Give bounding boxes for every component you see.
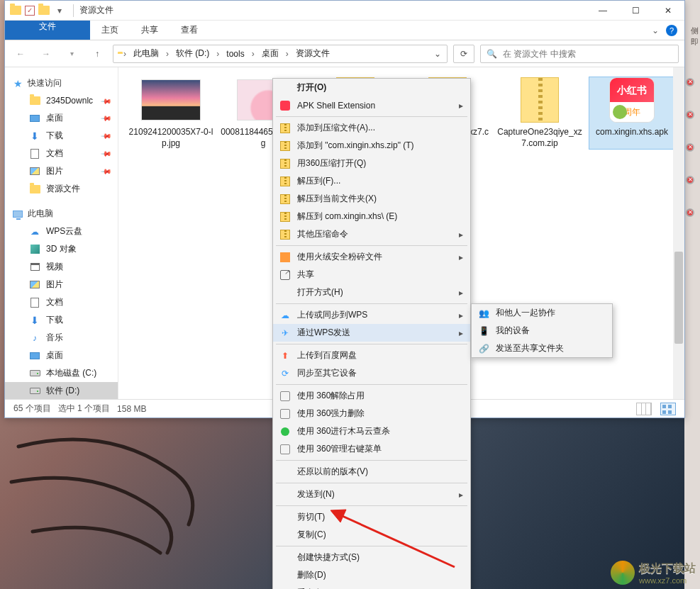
sidebar-quick-access[interactable]: ★ 快速访问 <box>5 74 118 92</box>
menu-copy[interactable]: 复制(C) <box>273 526 470 544</box>
sidebar-item[interactable]: 桌面 <box>5 347 118 364</box>
file-item[interactable]: 2109241200035X7-0-lp.jpg <box>128 77 213 149</box>
menu-send-to[interactable]: 发送到(N)▸ <box>273 486 470 503</box>
menu-open-with[interactable]: 打开方式(H)▸ <box>273 284 470 301</box>
sidebar-item[interactable]: 桌面📌 <box>5 109 118 127</box>
expand-ribbon-icon[interactable]: ⌄ <box>652 26 659 35</box>
sidebar-item-label: 桌面 <box>46 349 63 361</box>
side-label: 侧 <box>691 26 699 36</box>
chevron-right-icon[interactable]: › <box>122 49 128 59</box>
qat-dropdown-icon[interactable]: ▾ <box>53 4 66 17</box>
sidebar-item[interactable]: 3D 对象 <box>5 240 118 258</box>
sidebar-item[interactable]: 2345Downlc📌 <box>5 92 118 109</box>
menu-other-zip[interactable]: 其他压缩命令▸ <box>273 225 470 243</box>
menu-prev-versions[interactable]: 还原以前的版本(V) <box>273 463 470 481</box>
submenu-collab[interactable]: 👥和他人一起协作 <box>472 304 612 322</box>
menu-baidu-upload[interactable]: ⬆上传到百度网盘 <box>273 347 470 364</box>
side-dismiss-icon[interactable] <box>686 78 694 86</box>
menu-360-delete[interactable]: 使用 360强力删除 <box>273 405 470 422</box>
menu-wps-send[interactable]: ✈通过WPS发送▸ <box>273 324 470 342</box>
qat-folder-icon[interactable] <box>38 4 50 17</box>
maximize-button[interactable]: ☐ <box>619 1 652 21</box>
scroll-thumb[interactable] <box>674 252 683 344</box>
menu-share[interactable]: 共享 <box>273 266 470 284</box>
sidebar-item[interactable]: ⬇下载📌 <box>5 127 118 145</box>
menu-open[interactable]: 打开(O) <box>273 79 470 96</box>
sidebar-this-pc[interactable]: 此电脑 <box>5 205 118 223</box>
sidebar-item[interactable]: ☁WPS云盘 <box>5 223 118 240</box>
crumb-dropdown-icon[interactable]: ⌄ <box>428 49 447 59</box>
crumb-current[interactable]: 资源文件 <box>290 45 335 62</box>
nav-pane[interactable]: ★ 快速访问 2345Downlc📌 桌面📌 ⬇下载📌 文档📌 图片📌 资源文件… <box>5 67 118 399</box>
sidebar-item[interactable]: 资源文件 <box>5 180 118 198</box>
menu-huorong[interactable]: 使用火绒安全粉碎文件▸ <box>273 248 470 266</box>
sidebar-item[interactable]: 视频 <box>5 258 118 276</box>
scrollbar[interactable] <box>673 67 684 399</box>
crumb-drive[interactable]: 软件 (D:) <box>170 45 215 62</box>
sidebar-item[interactable]: ⬇下载 <box>5 311 118 329</box>
menu-360-manage[interactable]: 使用 360管理右键菜单 <box>273 440 470 458</box>
menu-add-to[interactable]: 添加到 "com.xingin.xhs.zip" (T) <box>273 137 470 155</box>
side-dismiss-icon[interactable] <box>686 176 694 184</box>
sidebar-item[interactable]: 文档 <box>5 293 118 311</box>
tab-home[interactable]: 主页 <box>90 21 130 40</box>
crumb-tools[interactable]: tools <box>221 45 250 62</box>
qat-checkbox-icon[interactable]: ✓ <box>25 6 35 16</box>
menu-rename[interactable]: 重命名(M) <box>273 584 470 589</box>
submenu-my-device[interactable]: 📱我的设备 <box>472 322 612 340</box>
menu-apk-shell[interactable]: APK Shell Extension▸ <box>273 96 470 114</box>
menu-sync-other[interactable]: ⟳同步至其它设备 <box>273 364 470 382</box>
view-details-button[interactable] <box>636 403 652 415</box>
crumb-desktop[interactable]: 桌面 <box>256 45 284 62</box>
menu-open-360[interactable]: 用360压缩打开(Q) <box>273 155 470 172</box>
download-icon: ⬇ <box>29 315 40 326</box>
help-icon[interactable]: ? <box>666 25 677 36</box>
file-item[interactable]: CaptureOne23qiye_xz7.com.zip <box>497 77 582 149</box>
cube-icon <box>29 244 40 255</box>
chevron-right-icon[interactable]: › <box>215 49 221 59</box>
sidebar-item-label: 桌面 <box>46 112 63 124</box>
view-icons-button[interactable] <box>660 403 676 415</box>
sidebar-item[interactable]: 图片📌 <box>5 162 118 180</box>
nav-recent-button[interactable]: ▾ <box>62 44 82 64</box>
sidebar-item[interactable]: 图片 <box>5 276 118 293</box>
menu-extract-folder[interactable]: 解压到 com.xingin.xhs\ (E) <box>273 208 470 225</box>
picture-icon <box>29 166 40 177</box>
folder-icon <box>29 95 40 106</box>
sidebar-item[interactable]: 本地磁盘 (C:) <box>5 364 118 382</box>
chevron-right-icon[interactable]: › <box>284 49 290 59</box>
crumb-pc[interactable]: 此电脑 <box>128 45 165 62</box>
tab-view[interactable]: 查看 <box>170 21 209 40</box>
chevron-right-icon[interactable]: › <box>165 49 170 59</box>
tab-file[interactable]: 文件 <box>5 21 90 40</box>
nav-back-button[interactable]: ← <box>11 44 30 64</box>
side-dismiss-icon[interactable] <box>686 111 694 119</box>
search-box[interactable]: 🔍 <box>480 45 679 63</box>
minimize-button[interactable]: ― <box>587 1 619 21</box>
search-input[interactable] <box>503 49 678 59</box>
menu-shortcut[interactable]: 创建快捷方式(S) <box>273 549 470 566</box>
tab-share[interactable]: 共享 <box>130 21 170 40</box>
side-close-icons <box>686 78 699 217</box>
menu-add-zip[interactable]: 添加到压缩文件(A)... <box>273 119 470 137</box>
side-dismiss-icon[interactable] <box>686 208 694 217</box>
close-button[interactable]: ✕ <box>652 1 684 21</box>
menu-extract-here[interactable]: 解压到当前文件夹(X) <box>273 190 470 208</box>
menu-360-scan[interactable]: 使用 360进行木马云查杀 <box>273 422 470 440</box>
sidebar-item[interactable]: ♪音乐 <box>5 329 118 347</box>
sidebar-item[interactable]: 文档📌 <box>5 145 118 162</box>
submenu-share-folder[interactable]: 🔗发送至共享文件夹 <box>472 340 612 357</box>
menu-extract-to[interactable]: 解压到(F)... <box>273 172 470 190</box>
thumbnail: 小红书周年 <box>602 77 662 123</box>
chevron-right-icon[interactable]: › <box>250 49 256 59</box>
menu-delete[interactable]: 删除(D) <box>273 566 470 584</box>
side-dismiss-icon[interactable] <box>686 143 694 152</box>
menu-wps-upload[interactable]: ☁上传或同步到WPS▸ <box>273 306 470 324</box>
menu-cut[interactable]: 剪切(T) <box>273 508 470 526</box>
menu-360-release[interactable]: 使用 360解除占用 <box>273 387 470 405</box>
file-item-selected[interactable]: 小红书周年com.xingin.xhs.apk <box>589 77 674 149</box>
refresh-button[interactable]: ⟳ <box>453 45 474 63</box>
nav-up-button[interactable]: ↑ <box>87 44 107 64</box>
breadcrumb[interactable]: › 此电脑 › 软件 (D:) › tools › 桌面 › 资源文件 ⌄ <box>113 45 448 63</box>
sidebar-item-selected[interactable]: 软件 (D:) <box>5 382 118 399</box>
